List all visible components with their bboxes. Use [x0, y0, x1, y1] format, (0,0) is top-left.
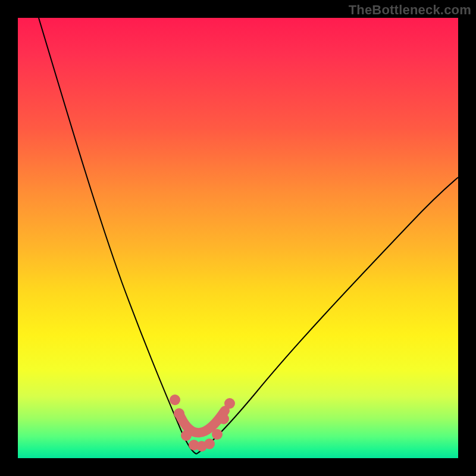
- watermark-text: TheBottleneck.com: [349, 2, 471, 18]
- plot-area: [18, 18, 458, 458]
- dot: [212, 429, 223, 440]
- chart-svg: [18, 18, 458, 458]
- dot: [218, 414, 229, 424]
- dot: [224, 398, 235, 409]
- dot: [170, 394, 180, 405]
- dot: [204, 439, 215, 449]
- dot: [181, 430, 192, 441]
- dot: [174, 408, 184, 419]
- left-curve: [39, 18, 196, 454]
- right-curve: [196, 177, 458, 454]
- chart-frame: TheBottleneck.com: [0, 0, 476, 476]
